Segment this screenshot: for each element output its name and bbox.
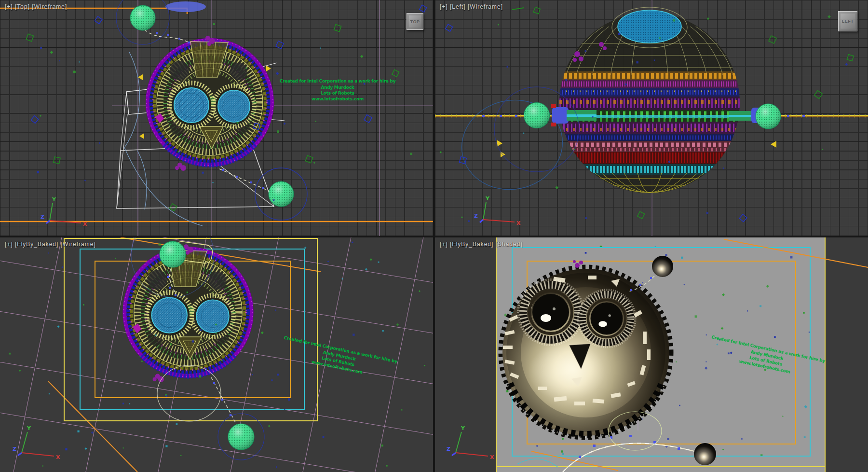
- svg-text:www.lotsofrobots.com: www.lotsofrobots.com: [312, 97, 364, 101]
- viewport-flyby-shaded-canvas: Created for Intel Corporation as a work …: [435, 237, 868, 472]
- viewport-left-canvas: Y X Z: [435, 0, 868, 236]
- axis-z-label: Z: [474, 213, 478, 219]
- viewport-label-left[interactable]: [+] [Left] [Wireframe]: [440, 3, 503, 10]
- viewport-left[interactable]: Y X Z [+] [Left] [Wireframe] LEFT: [435, 0, 868, 236]
- axis-x-label: X: [56, 454, 60, 460]
- axis-z-label: Z: [13, 446, 16, 452]
- viewport-flyby-wireframe[interactable]: Created for Intel Corporation as a work …: [0, 237, 433, 472]
- viewcube[interactable]: TOP: [407, 13, 423, 30]
- viewcube-face-label: LEFT: [842, 19, 854, 24]
- viewport-label-top[interactable]: [+] [Top] [Wireframe]: [5, 3, 67, 10]
- viewport-flyby-wire-canvas: Created for Intel Corporation as a work …: [0, 237, 433, 472]
- viewport-top[interactable]: Created for Intel Corporation as a work …: [0, 0, 433, 236]
- axis-z-label: Z: [447, 446, 450, 452]
- viewport-label-flyby-wire[interactable]: [+] [FlyBy_Baked] [Wireframe]: [5, 241, 96, 248]
- axis-x-label: X: [83, 221, 87, 227]
- axis-gizmo: Y X Z: [474, 195, 521, 226]
- viewport-label-flyby-shaded[interactable]: [+] [FlyBy_Baked] [Shaded]: [440, 241, 523, 248]
- watermark-text: Created for Intel Corporation as a work …: [280, 79, 396, 101]
- owl-sphere-wireframe-top: [146, 36, 274, 171]
- axis-gizmo: Y X Z: [13, 425, 60, 460]
- svg-text:Lots of Robots: Lots of Robots: [321, 91, 354, 96]
- axis-y-label: Y: [52, 196, 56, 203]
- viewport-top-canvas: Created for Intel Corporation as a work …: [0, 0, 433, 236]
- axis-x-label: X: [490, 454, 494, 460]
- svg-text:Andy Murdock: Andy Murdock: [321, 85, 355, 90]
- axis-gizmo: Y X Z: [41, 196, 87, 227]
- axis-z-label: Z: [41, 214, 44, 220]
- viewcube-face-label: TOP: [410, 19, 420, 24]
- axis-y-label: Y: [27, 425, 31, 431]
- viewcube[interactable]: LEFT: [838, 11, 857, 31]
- svg-text:Created for Intel Corporation: Created for Intel Corporation as a work …: [280, 79, 396, 83]
- axis-y-label: Y: [461, 425, 465, 431]
- viewport-flyby-shaded[interactable]: Created for Intel Corporation as a work …: [435, 237, 868, 472]
- axis-y-label: Y: [485, 195, 490, 202]
- viewport-quad-layout: Created for Intel Corporation as a work …: [0, 0, 868, 472]
- axis-x-label: X: [516, 220, 521, 226]
- axis-gizmo: Y X Z: [447, 425, 494, 460]
- watermark-text: Created for Intel Corporation as a work …: [280, 335, 398, 381]
- blue-hat-object: [165, 1, 206, 12]
